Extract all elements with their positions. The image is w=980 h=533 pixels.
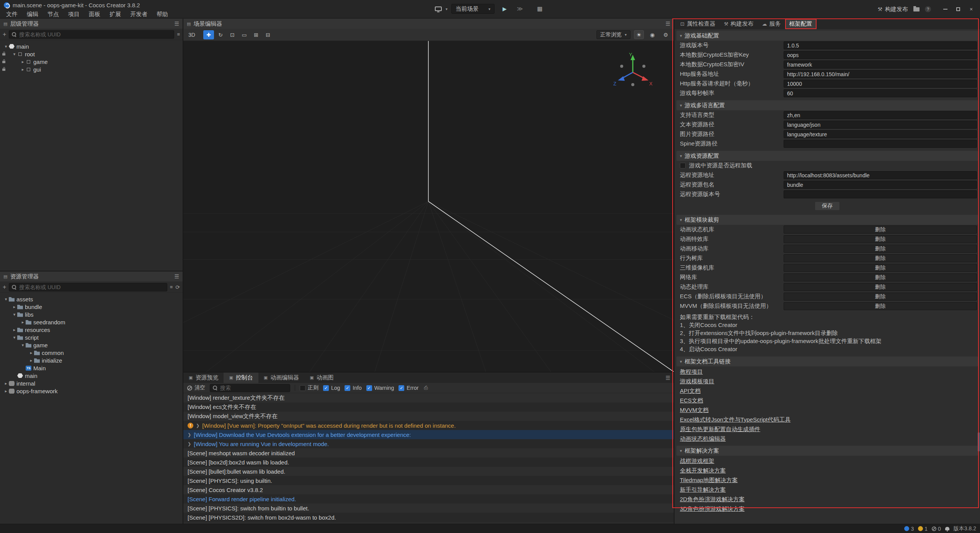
log-row[interactable]: [Scene] [PHYSICS]: using builtin.	[183, 476, 674, 485]
delete-module-button[interactable]: 删除	[784, 302, 977, 310]
doc-link[interactable]: 原生包热更新配置自动生成插件	[676, 424, 978, 434]
panel-menu-icon[interactable]	[665, 375, 670, 381]
asset-node-row[interactable]: ▸ oops-framework	[0, 387, 183, 395]
filter-checkbox[interactable]	[323, 385, 329, 391]
log-row[interactable]: [Scene] [box2d]:box2d wasm lib loaded.	[183, 458, 674, 467]
gizmo-tool-button[interactable]: ⊟	[263, 30, 273, 39]
assets-search-input[interactable]	[19, 284, 164, 290]
log-filter-toggle[interactable]: Error	[399, 385, 418, 391]
asset-node-row[interactable]: TS Main	[0, 364, 183, 372]
delete-module-button[interactable]: 删除	[784, 273, 977, 281]
gizmo-tool-button[interactable]: ⊞	[251, 30, 261, 39]
asset-node-row[interactable]: ▸ common	[0, 349, 183, 356]
lock-icon[interactable]	[2, 53, 5, 56]
inspector-tab[interactable]: ☁ 服务	[758, 19, 785, 29]
hierarchy-node-row[interactable]: ▾ root	[0, 50, 183, 58]
scene-light-toggle[interactable]: ☀	[634, 30, 644, 39]
build-publish-button[interactable]: ⚒ 构建发布	[877, 6, 908, 13]
play-button[interactable]: ▶	[498, 4, 511, 14]
log-row[interactable]: [Scene] [bullet]:bullet wasm lib loaded.	[183, 467, 674, 476]
expand-chevron-icon[interactable]: ▸	[20, 67, 26, 72]
expand-chevron-icon[interactable]: ▾	[11, 335, 17, 340]
expand-arrow-icon[interactable]: ❯	[188, 432, 191, 437]
log-row[interactable]: [Window] render_texture文件夹不存在	[183, 393, 674, 402]
assets-search-box[interactable]	[9, 283, 167, 291]
property-input[interactable]	[784, 51, 977, 59]
create-node-icon[interactable]	[3, 31, 6, 38]
solution-link[interactable]: Tiledmap地图解决方案	[676, 475, 978, 485]
property-input[interactable]	[784, 140, 977, 148]
lock-icon[interactable]	[2, 69, 5, 71]
log-row[interactable]: [Window] ecs文件夹不存在	[183, 402, 674, 412]
property-input[interactable]	[784, 130, 977, 138]
mode-3d-toggle[interactable]: 3D	[186, 30, 197, 39]
console-search-box[interactable]	[210, 384, 290, 392]
asset-node-row[interactable]: ▾ script	[0, 334, 183, 341]
notification-bell-icon[interactable]	[945, 527, 949, 530]
expand-chevron-icon[interactable]: ▾	[11, 52, 17, 57]
warning-count[interactable]: 1	[918, 526, 928, 532]
expand-arrow-icon[interactable]: ❯	[188, 441, 191, 446]
export-log-icon[interactable]	[424, 385, 428, 391]
regex-checkbox[interactable]	[300, 385, 305, 391]
hierarchy-node-row[interactable]: ▾ main	[0, 43, 183, 50]
refresh-icon[interactable]	[175, 284, 180, 290]
solution-link[interactable]: 新手引导解决方案	[676, 485, 978, 494]
gizmo-tool-button[interactable]: ✚	[203, 30, 214, 39]
close-button[interactable]: ×	[965, 3, 978, 15]
expand-chevron-icon[interactable]: ▸	[3, 389, 9, 394]
layout-grid-button[interactable]: ▦	[534, 4, 545, 14]
delete-module-button[interactable]: 删除	[784, 226, 977, 234]
solution-link[interactable]: 全栈开发解决方案	[676, 466, 978, 475]
gizmo-tool-button[interactable]: ↻	[215, 30, 226, 39]
doc-link[interactable]: 动画状态机编辑器	[676, 434, 978, 443]
asset-node-row[interactable]: ▸ bundle	[0, 303, 183, 311]
hierarchy-search-input[interactable]	[19, 31, 171, 38]
section-header-solutions[interactable]: 框架解决方案	[676, 446, 978, 456]
preview-chevron-icon[interactable]: ▾	[446, 7, 448, 11]
delete-module-button[interactable]: 删除	[784, 264, 977, 272]
preview-target-icon[interactable]	[435, 7, 442, 11]
doc-link[interactable]: ECS文档	[676, 396, 978, 405]
save-button[interactable]: 保存	[815, 201, 840, 211]
console-tab[interactable]: 资源预览	[183, 373, 224, 383]
expand-chevron-icon[interactable]: ▾	[3, 44, 9, 49]
menu-item[interactable]: 编辑	[22, 10, 43, 18]
asset-node-row[interactable]: ▸ internal	[0, 379, 183, 387]
delete-module-button[interactable]: 删除	[784, 293, 977, 301]
doc-link[interactable]: 教程项目	[676, 367, 978, 376]
remote-load-checkbox[interactable]	[680, 163, 686, 168]
asset-node-row[interactable]: ▾ assets	[0, 295, 183, 303]
log-filter-toggle[interactable]: Warning	[366, 385, 394, 391]
asset-node-row[interactable]: main	[0, 372, 183, 379]
solution-link[interactable]: 3D角色扮演游戏解决方案	[676, 504, 978, 513]
console-search-input[interactable]	[220, 385, 289, 391]
filter-icon[interactable]	[177, 31, 180, 37]
expand-chevron-icon[interactable]: ▾	[3, 297, 9, 302]
doc-link[interactable]: Excel格式转Json文件与TypeScript代码工具	[676, 415, 978, 424]
menu-item[interactable]: 文件	[2, 10, 22, 18]
create-asset-icon[interactable]	[3, 284, 6, 291]
console-tab[interactable]: 动画编辑器	[258, 373, 304, 383]
hierarchy-node-row[interactable]: ▸ gui	[0, 65, 183, 73]
panel-menu-icon[interactable]	[665, 21, 670, 27]
menu-item[interactable]: 扩展	[105, 10, 126, 18]
solution-link[interactable]: 战棋游戏框架	[676, 456, 978, 466]
property-input[interactable]	[784, 190, 977, 198]
asset-node-row[interactable]: ▾ libs	[0, 311, 183, 318]
filter-checkbox[interactable]	[399, 385, 404, 391]
log-filter-toggle[interactable]: Info	[345, 385, 361, 391]
axis-gizmo[interactable]: Y X Z	[612, 50, 654, 92]
doc-link[interactable]: MVVM文档	[676, 405, 978, 415]
inspector-tab[interactable]: ⚒ 构建发布	[720, 19, 758, 29]
log-row[interactable]: [Scene] meshopt wasm decoder initialized	[183, 448, 674, 458]
expand-chevron-icon[interactable]: ▾	[20, 343, 26, 348]
regex-toggle[interactable]: 正则	[300, 384, 318, 391]
doc-link[interactable]: 游戏模板项目	[676, 376, 978, 386]
menu-item[interactable]: 节点	[43, 10, 64, 18]
expand-chevron-icon[interactable]: ▸	[28, 350, 34, 355]
scene-settings-gear-icon[interactable]: ⚙	[661, 30, 671, 39]
log-row[interactable]: ! ❯ [Window] [Vue warn]: Property "onInp…	[183, 421, 674, 430]
console-clear-button[interactable]: 清空	[187, 384, 205, 391]
info-count[interactable]: 3	[904, 526, 914, 532]
